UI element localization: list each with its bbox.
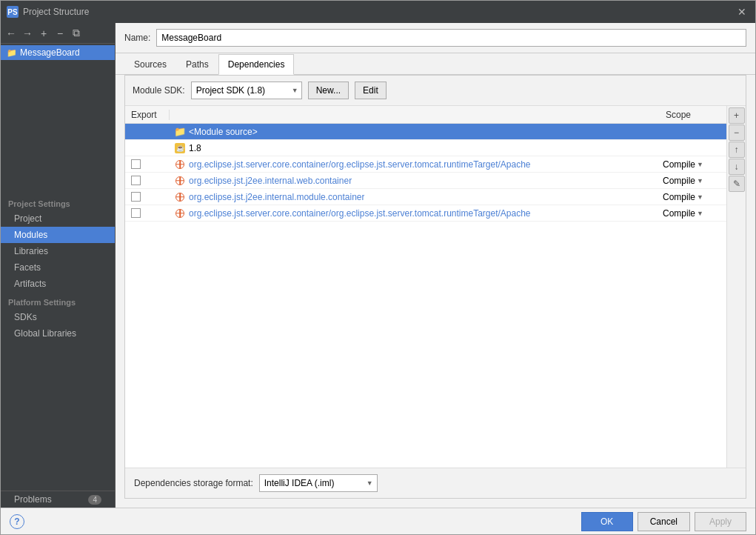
export-cell [125,159,170,169]
container-icon [174,159,186,170]
scope-cell: Compile ▼ [660,208,726,219]
export-checkbox[interactable] [131,208,141,218]
dep-name-cell: org.eclipse.jst.server.core.container/or… [170,159,660,170]
tab-dependencies[interactable]: Dependencies [218,54,295,75]
dep-name-link[interactable]: org.eclipse.jst.server.core.container/or… [189,208,531,219]
table-header: Export Scope [125,106,726,124]
export-checkbox[interactable] [131,176,141,185]
sdk-select[interactable]: Project SDK (1.8) [191,82,302,99]
sidebar-item-global-libraries[interactable]: Global Libraries [1,325,115,342]
storage-format-label: Dependencies storage format: [134,478,253,488]
table-row[interactable]: org.eclipse.jst.j2ee.internal.web.contai… [125,173,726,189]
table-row[interactable]: org.eclipse.jst.server.core.container/or… [125,156,726,173]
footer-left: ? [10,514,24,529]
nav-back-button[interactable]: ← [4,26,19,41]
edit-dependency-button[interactable]: ✎ [729,176,745,192]
dep-name-cell: 📁 <Module source> [170,126,660,138]
sidebar: ← → + − ⧉ 📁 MessageBoard Project Setting… [1,23,116,508]
cancel-button[interactable]: Cancel [638,512,690,531]
module-source-icon: 📁 [174,126,186,138]
dep-name-cell: org.eclipse.jst.server.core.container/or… [170,207,660,219]
storage-format-select[interactable]: IntelliJ IDEA (.iml) [259,474,378,492]
container-icon [174,175,186,187]
module-tree-item[interactable]: 📁 MessageBoard [1,45,115,60]
platform-settings-section: Platform Settings SDKs Global Libraries [1,292,115,342]
module-name-label: MessageBoard [20,47,80,58]
platform-settings-heading: Platform Settings [1,292,115,309]
table-row[interactable]: org.eclipse.jst.j2ee.internal.module.con… [125,189,726,205]
apply-button[interactable]: Apply [695,512,746,531]
dep-name-text: <Module source> [189,127,258,137]
tab-sources[interactable]: Sources [124,54,176,75]
scope-dropdown[interactable]: ▼ [697,161,703,168]
header-scope: Scope [660,110,726,120]
sdk-edit-button[interactable]: Edit [355,82,387,99]
storage-format-row: Dependencies storage format: IntelliJ ID… [125,468,746,498]
move-down-button[interactable]: ↓ [729,159,745,175]
export-cell [125,176,170,185]
module-tree: 📁 MessageBoard [1,44,115,193]
dep-name-link[interactable]: org.eclipse.jst.j2ee.internal.web.contai… [189,176,352,186]
dep-name-text: 1.8 [189,143,201,153]
window-title: Project Structure [23,7,730,17]
dependencies-tab-content: Module SDK: Project SDK (1.8) New... Edi… [116,75,755,508]
help-button[interactable]: ? [10,514,24,529]
sdk-row: Module SDK: Project SDK (1.8) New... Edi… [125,76,746,106]
container-icon [174,191,186,203]
scope-dropdown[interactable]: ▼ [697,177,703,185]
scope-dropdown[interactable]: ▼ [697,210,703,217]
sidebar-item-artifacts[interactable]: Artifacts [1,276,115,292]
close-button[interactable]: ✕ [735,6,749,18]
remove-module-button[interactable]: − [53,26,67,41]
title-bar: PS Project Structure ✕ [1,1,755,23]
footer: ? OK Cancel Apply [1,508,755,534]
dep-name-link[interactable]: org.eclipse.jst.j2ee.internal.module.con… [189,192,364,202]
add-dependency-button[interactable]: + [729,107,745,124]
container-icon [174,207,186,219]
nav-forward-button[interactable]: → [20,26,35,41]
main-panel: Name: Sources Paths Dependencies Module … [116,23,755,508]
copy-module-button[interactable]: ⧉ [69,26,84,41]
ok-button[interactable]: OK [581,512,633,531]
sdk-new-button[interactable]: New... [308,82,349,99]
storage-format-select-wrapper: IntelliJ IDEA (.iml) [259,474,378,492]
dependencies-table: Export Scope [125,106,726,468]
problems-badge: 4 [88,495,101,505]
table-row[interactable]: org.eclipse.jst.server.core.container/or… [125,205,726,222]
sidebar-item-project[interactable]: Project [1,210,115,227]
dependencies-table-area: Export Scope [125,106,746,468]
sidebar-toolbar: ← → + − ⧉ [1,23,115,44]
export-checkbox[interactable] [131,192,141,202]
sidebar-item-modules[interactable]: Modules [1,227,115,243]
sdk-select-wrapper: Project SDK (1.8) [191,82,302,99]
add-module-button[interactable]: + [36,26,51,41]
tab-bar: Sources Paths Dependencies [116,53,755,75]
sidebar-item-libraries[interactable]: Libraries [1,243,115,259]
dep-name-cell: org.eclipse.jst.j2ee.internal.module.con… [170,191,660,203]
table-row[interactable]: ☕ 1.8 [125,140,726,156]
content-area: ← → + − ⧉ 📁 MessageBoard Project Setting… [1,23,755,508]
scope-cell: Compile ▼ [660,176,726,186]
tab-paths[interactable]: Paths [176,54,218,75]
footer-buttons: OK Cancel Apply [581,512,746,531]
dependencies-panel: Module SDK: Project SDK (1.8) New... Edi… [124,75,746,499]
project-structure-window: PS Project Structure ✕ ← → + − ⧉ 📁 Messa… [0,0,756,535]
export-cell [125,208,170,218]
dep-name-cell: ☕ 1.8 [170,142,660,154]
jdk-icon: ☕ [174,142,186,154]
scope-cell: Compile ▼ [660,159,726,170]
table-body: 📁 <Module source> [125,124,726,468]
move-up-button[interactable]: ↑ [729,142,745,158]
module-name-input[interactable] [156,29,746,47]
remove-dependency-button[interactable]: − [729,124,745,141]
sidebar-item-sdks[interactable]: SDKs [1,309,115,325]
header-export: Export [125,110,170,120]
dep-name-link[interactable]: org.eclipse.jst.server.core.container/or… [189,159,531,170]
sidebar-item-problems[interactable]: Problems 4 [1,491,115,508]
sidebar-item-facets[interactable]: Facets [1,259,115,276]
export-cell [125,192,170,202]
scope-cell: Compile ▼ [660,192,726,202]
scope-dropdown[interactable]: ▼ [697,193,703,201]
export-checkbox[interactable] [131,159,141,169]
table-row[interactable]: 📁 <Module source> [125,124,726,140]
